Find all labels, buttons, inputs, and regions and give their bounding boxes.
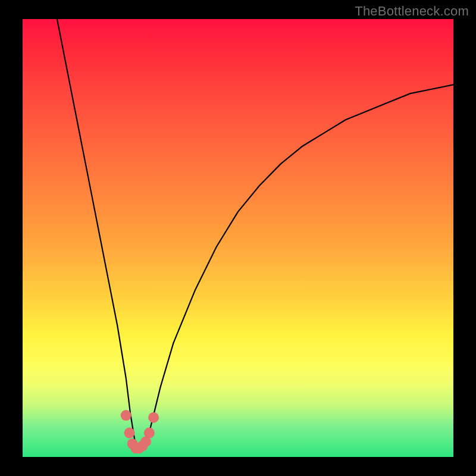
plot-area	[23, 19, 453, 457]
highlight-dot	[144, 428, 155, 439]
highlight-dot	[148, 412, 159, 423]
highlight-dot	[124, 428, 135, 439]
watermark-text: TheBottleneck.com	[355, 4, 469, 19]
chart-frame: TheBottleneck.com	[0, 0, 476, 476]
bottleneck-curve-svg	[23, 19, 453, 457]
highlight-dot	[121, 410, 131, 421]
bottleneck-curve-path	[57, 19, 453, 448]
highlight-dots-group	[121, 410, 159, 453]
